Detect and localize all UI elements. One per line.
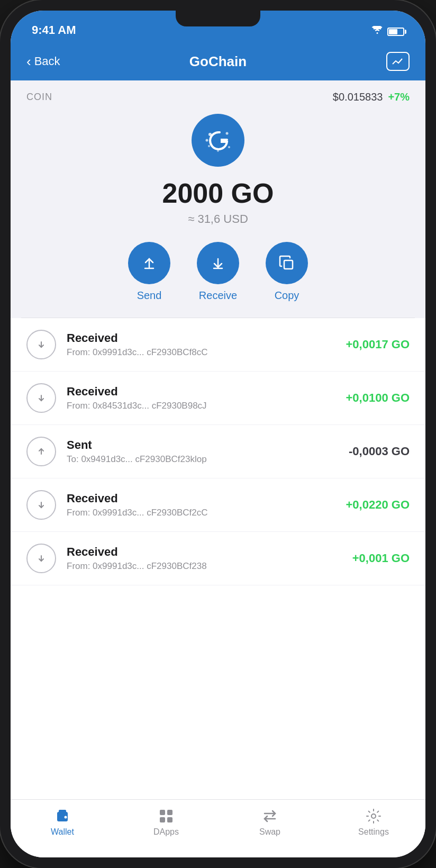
tx-address: From: 0x9991d3c... cF2930BCf2cC — [67, 508, 335, 518]
tx-info: Sent To: 0x9491d3c... cF2930BCf23klop — [67, 438, 338, 465]
tx-type: Sent — [67, 438, 338, 452]
nav-chart-area — [314, 52, 410, 71]
tx-info: Received From: 0x84531d3c... cF2930B98cJ — [67, 385, 335, 411]
receive-icon — [26, 330, 56, 359]
svg-rect-19 — [160, 817, 165, 822]
table-row[interactable]: Received From: 0x84531d3c... cF2930B98cJ… — [11, 372, 425, 425]
table-row[interactable]: Received From: 0x9991d3c... cF2930BCf2cC… — [11, 478, 425, 532]
tx-type: Received — [67, 385, 335, 399]
svg-point-23 — [371, 814, 376, 818]
nav-bar: ‹ Back GoChain — [11, 42, 425, 80]
back-label: Back — [34, 55, 60, 68]
phone-frame: 9:41 AM ‹ Back GoChain — [0, 0, 436, 868]
battery-icon — [387, 28, 404, 36]
nav-label: Swap — [259, 827, 280, 837]
coin-price: $0.015833 — [333, 91, 383, 103]
tx-address: To: 0x9491d3c... cF2930BCf23klop — [67, 454, 338, 465]
status-icons — [371, 26, 404, 37]
tx-amount: -0,0003 GO — [349, 445, 410, 458]
svg-point-0 — [208, 133, 212, 136]
tx-type: Received — [67, 492, 335, 505]
swap-icon — [261, 807, 279, 825]
notch — [176, 11, 260, 26]
nav-item-settings[interactable]: Settings — [322, 807, 425, 837]
nav-item-wallet[interactable]: Wallet — [11, 807, 114, 837]
transaction-list: Received From: 0x9991d3c... cF2930BCf8cC… — [11, 318, 425, 799]
send-icon — [26, 437, 56, 466]
send-label: Send — [137, 290, 162, 302]
tx-amount: +0,0220 GO — [346, 498, 410, 512]
tx-amount: +0,001 GO — [352, 551, 410, 565]
send-action: Send — [128, 242, 170, 302]
svg-rect-10 — [284, 260, 293, 269]
svg-point-5 — [217, 150, 219, 152]
tx-info: Received From: 0x9991d3c... cF2930BCf2cC — [67, 492, 335, 518]
nav-label: Settings — [358, 827, 389, 837]
receive-button[interactable] — [197, 242, 239, 284]
receive-label: Receive — [199, 290, 237, 302]
coin-label-row: COIN $0.015833 +7% — [26, 91, 410, 103]
gochain-logo — [192, 114, 244, 167]
nav-title: GoChain — [122, 53, 314, 70]
settings-icon — [365, 807, 383, 825]
send-button[interactable] — [128, 242, 170, 284]
chart-button[interactable] — [386, 52, 410, 71]
back-chevron-icon: ‹ — [26, 53, 31, 70]
tx-address: From: 0x9991d3c... cF2930BCf8cC — [67, 347, 335, 358]
svg-point-4 — [228, 146, 230, 148]
coin-usd: ≈ 31,6 USD — [188, 212, 248, 226]
tx-info: Received From: 0x9991d3c... cF2930BCf8cC — [67, 331, 335, 358]
tx-address: From: 0x9991d3c... cF2930BCf238 — [67, 561, 342, 572]
tx-type: Received — [67, 331, 335, 345]
copy-button[interactable] — [266, 242, 308, 284]
svg-point-3 — [226, 132, 229, 135]
phone-screen: 9:41 AM ‹ Back GoChain — [11, 11, 425, 857]
tx-type: Received — [67, 545, 342, 559]
svg-point-1 — [206, 139, 208, 142]
svg-rect-18 — [167, 810, 172, 815]
receive-icon — [26, 490, 56, 520]
receive-action: Receive — [197, 242, 239, 302]
svg-rect-20 — [167, 817, 172, 822]
receive-icon — [26, 544, 56, 573]
action-buttons: Send Receive — [128, 242, 308, 302]
bottom-nav: Wallet DApps Swap Settings — [11, 799, 425, 857]
table-row[interactable]: Received From: 0x9991d3c... cF2930BCf238… — [11, 532, 425, 585]
nav-label: DApps — [153, 827, 179, 837]
coin-amount: 2000 GO — [162, 177, 274, 209]
tx-address: From: 0x84531d3c... cF2930B98cJ — [67, 401, 335, 411]
copy-label: Copy — [275, 290, 299, 302]
table-row[interactable]: Received From: 0x9991d3c... cF2930BCf8cC… — [11, 318, 425, 372]
nav-label: Wallet — [51, 827, 74, 837]
coin-header: COIN $0.015833 +7% — [11, 80, 425, 318]
dapps-icon — [157, 807, 175, 825]
table-row[interactable]: Sent To: 0x9491d3c... cF2930BCf23klop -0… — [11, 425, 425, 478]
coin-label: COIN — [26, 92, 52, 103]
tx-amount: +0,0017 GO — [346, 338, 410, 351]
tx-info: Received From: 0x9991d3c... cF2930BCf238 — [67, 545, 342, 572]
nav-item-swap[interactable]: Swap — [218, 807, 322, 837]
wifi-icon — [371, 26, 383, 37]
wallet-icon — [53, 807, 71, 825]
tx-amount: +0,0100 GO — [346, 391, 410, 405]
status-time: 9:41 AM — [32, 23, 76, 37]
svg-rect-17 — [160, 810, 165, 815]
receive-icon — [26, 383, 56, 413]
svg-point-16 — [65, 816, 67, 819]
copy-action: Copy — [266, 242, 308, 302]
coin-change: +7% — [388, 91, 410, 103]
svg-point-2 — [208, 145, 210, 147]
nav-item-dapps[interactable]: DApps — [114, 807, 218, 837]
back-button[interactable]: ‹ Back — [26, 53, 122, 70]
coin-price-row: $0.015833 +7% — [333, 91, 410, 103]
